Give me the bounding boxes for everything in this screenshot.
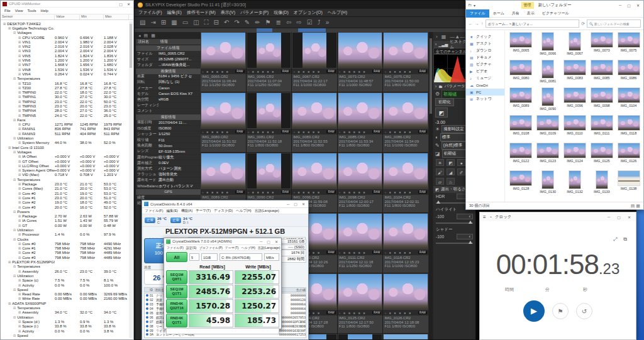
tree-expander-icon[interactable]: ⊞ (8, 260, 11, 264)
more-icon[interactable]: » (326, 19, 330, 26)
tree-expander-icon[interactable]: ⊞ (18, 310, 21, 314)
ribbon-tab-2[interactable]: 共有 (508, 9, 523, 18)
tree-expander-icon[interactable]: ⊞ (18, 168, 21, 172)
file-item[interactable]: IMG_0110 (562, 115, 589, 143)
edit-icon[interactable]: ✎ (245, 19, 250, 26)
unit-select[interactable]: MB/s (264, 253, 279, 261)
tree-expander-icon[interactable]: ⊞ (18, 100, 21, 104)
highlight-slider[interactable] (436, 221, 473, 226)
scrollbar-thumb[interactable] (130, 24, 132, 68)
flag-icon[interactable]: ⚑ (265, 19, 271, 26)
rating-row[interactable]: ∘ ★ ★ ★ ★ ★RAW (338, 310, 383, 315)
thumbnail-scrollbar[interactable] (429, 32, 433, 339)
collapse-icon[interactable]: ◂ (138, 33, 141, 38)
tree-expander-icon[interactable]: ⊞ (18, 233, 21, 236)
star-rating[interactable]: ∘ ★ ★ ★ ★ ★ (248, 70, 281, 74)
maximize-icon[interactable]: ▢ (615, 215, 623, 219)
column-header[interactable]: Sensor (1, 14, 55, 19)
tree-expander-icon[interactable]: ⊟ (13, 77, 16, 80)
menu-item[interactable]: オプション(O) (294, 9, 323, 16)
sidebar-item[interactable]: ▣PC (466, 89, 504, 96)
thumbnail-cell[interactable]: ∘ ★ ★ ★ ★ ★RAWIMG_0066.CR22017/04/04 11:… (247, 32, 292, 92)
comment-field[interactable] (166, 328, 279, 334)
file-item[interactable]: IMG_0089 (508, 87, 535, 115)
menu-item[interactable]: 編集(E) (167, 9, 182, 16)
thumbnail-cell[interactable]: ∘ ★ ★ ★ ★ ★RAWIMG_0098.CR22017/04/04 12:… (338, 153, 383, 212)
undo-icon[interactable]: ↶ (224, 19, 229, 26)
lap-flag-button[interactable]: ⚑ (552, 303, 569, 319)
single-view-icon[interactable]: ▭ (182, 19, 188, 26)
thumbnail-cell[interactable]: ∘ ★ ★ ★ ★ ★RAWIMG_0118.CR22017/04/04 12:… (383, 213, 428, 273)
thumbnail-cell[interactable]: ∘ ★ ★ ★ ★ ★RAWIMG_0080.CR22017/04/04 11:… (201, 92, 246, 152)
tree-expander-icon[interactable]: ⊞ (18, 270, 21, 273)
rating-row[interactable]: ∘ ★ ★ ★ ★ ★RAW (247, 69, 292, 74)
hwmonitor-scrollbar[interactable] (129, 21, 133, 338)
star-rating[interactable]: ∘ ★ ★ ★ ★ ★ (202, 190, 235, 194)
test-count-select[interactable]: 5 (189, 253, 199, 261)
menu-item[interactable]: テーマ(T) (196, 209, 211, 213)
tree-expander-icon[interactable]: ⊟ (13, 315, 16, 319)
thumbnail-cell[interactable]: ∘ ★ ★ ★ ★ ★RAWIMG_0104.CR22017/04/04 12:… (383, 153, 428, 212)
tree-expander-icon[interactable]: ⊟ (13, 150, 16, 154)
minimize-icon[interactable]: ─ (258, 239, 264, 243)
rating-row[interactable]: ∘ ★ ★ ★ ★ ★RAW (338, 69, 383, 74)
layers-icon[interactable]: ≣ (276, 19, 281, 26)
rating-row[interactable]: ∘ ★ ★ ★ ★ ★RAW (292, 189, 337, 195)
tree-expander-icon[interactable]: ⊞ (18, 187, 21, 190)
file-item[interactable]: IMG_0125 (588, 143, 615, 170)
rating-row[interactable]: ∘ ★ ★ ★ ★ ★RAW (247, 129, 292, 134)
tree-expander-icon[interactable]: ⊞ (18, 49, 21, 53)
file-item[interactable]: IMG_0123 (535, 143, 562, 170)
expand-icon[interactable]: ⤢ (613, 236, 617, 243)
rating-row[interactable]: ∘ ★ ★ ★ ★ ★RAW (383, 250, 428, 255)
menu-item[interactable]: 機能(A) (181, 209, 192, 213)
tree-expander-icon[interactable]: ⊞ (8, 26, 11, 30)
file-item[interactable]: IMG_0098 (588, 87, 615, 115)
cloud-icon[interactable]: ♨ (447, 178, 455, 185)
star-rating[interactable]: ∘ ★ ★ ★ ★ ★ (384, 130, 418, 134)
menu-item[interactable]: ヘルプ(H) (242, 246, 255, 250)
highlight-stepper[interactable]: ‹ (457, 214, 473, 219)
sidebar-item[interactable]: ⊞ネットワ (466, 96, 504, 102)
close-icon[interactable]: ✕ (126, 2, 131, 6)
file-item[interactable]: IMG_0080 (508, 60, 535, 87)
maximize-icon[interactable]: ▢ (625, 3, 633, 8)
thumbnail-cell[interactable]: ∘ ★ ★ ★ ★ ★RAWIMG_0085.CR22017/04/04 11:… (338, 92, 383, 152)
tree-expander-icon[interactable]: ⊞ (18, 214, 21, 218)
tree-expander-icon[interactable]: ⊞ (18, 206, 21, 209)
tree-expander-icon[interactable]: ⊟ (13, 306, 16, 310)
rating-row[interactable]: ∘ ★ ★ ★ ★ ★RAW (201, 69, 246, 74)
run-all-button[interactable]: All (166, 252, 187, 262)
tree-expander-icon[interactable]: ⊞ (18, 278, 21, 282)
tree-expander-icon[interactable]: ⊞ (18, 164, 21, 168)
view-toggle-icons[interactable]: ▤ ▦ (631, 204, 640, 209)
close-icon[interactable]: ✕ (626, 215, 633, 219)
tree-expander-icon[interactable]: ⊞ (18, 127, 21, 131)
menu-item[interactable]: ファイル(F) (167, 246, 184, 250)
file-item[interactable]: IMG_0124 (562, 143, 589, 170)
silkypix-titlebar[interactable]: SILKYPIX Developer Studio Pro 11 #1 [選択=… (135, 1, 475, 9)
file-item[interactable]: IMG_0067 (562, 32, 589, 60)
file-item[interactable]: IMG_0108 (508, 115, 535, 143)
sidebar-item[interactable]: ★クイック (466, 33, 504, 40)
star-rating[interactable]: ∘ ★ ★ ★ ★ ★ (293, 190, 326, 194)
curve-icon[interactable]: ◩ (447, 159, 455, 166)
star-rating[interactable]: ∘ ★ ★ ★ ★ ★ (202, 70, 235, 74)
star-rating[interactable]: ∘ ★ ★ ★ ★ ★ (248, 130, 281, 134)
chevron-icon[interactable]: › (436, 34, 438, 40)
check-icon[interactable]: ☑ (307, 19, 313, 26)
tree-expander-icon[interactable]: ⊞ (18, 196, 21, 200)
hamburger-menu-icon[interactable]: ≡ (483, 214, 486, 220)
menu-item[interactable]: Help (41, 9, 48, 13)
tree-expander-icon[interactable]: ⊞ (18, 324, 21, 328)
file-item[interactable]: IMG_0066 (535, 32, 562, 60)
tree-expander-icon[interactable]: ⊞ (18, 155, 21, 158)
tree-expander-icon[interactable]: ⊟ (13, 265, 16, 268)
rating-row[interactable]: ∘ ★ ★ ★ ★ ★RAW (201, 189, 246, 195)
hwmonitor-titlebar[interactable]: CPUID HWMonitor ▢ ✕ (1, 1, 133, 8)
rating-row[interactable]: ∘ ★ ★ ★ ★ ★RAW (383, 189, 428, 195)
sidebar-item[interactable]: ↓ダウンロ (466, 47, 504, 54)
file-item[interactable]: IMG_0132 (562, 170, 589, 198)
tree-expander-icon[interactable]: ⊞ (18, 200, 21, 204)
tree-expander-icon[interactable]: ⊞ (18, 58, 21, 62)
